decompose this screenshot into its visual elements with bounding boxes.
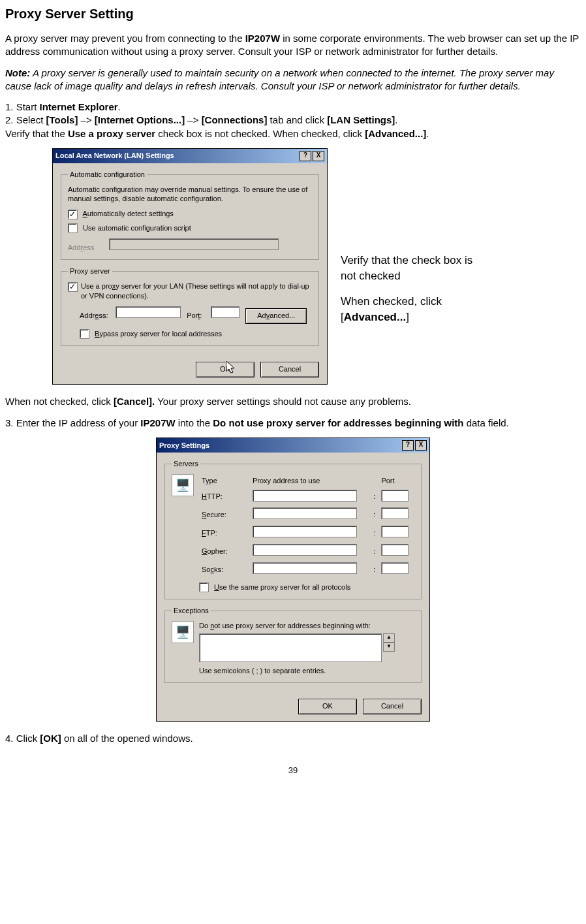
servers-group: Servers 🖥️ Type Proxy address to use Por… <box>164 459 422 600</box>
same-proxy-label: Use the same proxy server for all protoc… <box>214 583 350 591</box>
ok-button[interactable]: OK <box>196 362 254 377</box>
socks-label: Socks: <box>199 560 250 579</box>
col-address: Proxy address to use <box>250 474 369 488</box>
cancel-button[interactable]: Cancel <box>260 362 319 377</box>
close-icon[interactable]: X <box>415 440 427 451</box>
advanced-button[interactable]: Advanced... <box>245 308 307 324</box>
exceptions-label: Do not use proxy server for addresses be… <box>199 621 414 631</box>
help-icon[interactable]: ? <box>300 151 311 161</box>
auto-address-input <box>109 238 279 250</box>
http-label: HTTP: <box>199 488 250 506</box>
socks-port-input[interactable] <box>381 562 409 574</box>
note-paragraph: Note: A proxy server is generally used t… <box>5 67 581 93</box>
servers-icon: 🖥️ <box>172 474 194 496</box>
exceptions-textarea[interactable] <box>199 633 382 662</box>
exceptions-icon: 🖥️ <box>172 621 194 643</box>
bypass-checkbox[interactable] <box>80 329 89 339</box>
socks-address-input[interactable] <box>253 562 357 574</box>
lan-settings-dialog: Local Area Network (LAN) Settings ? X Au… <box>52 148 328 385</box>
page-title: Proxy Server Setting <box>5 5 581 23</box>
help-icon[interactable]: ? <box>402 440 414 451</box>
figure-proxy-settings: Proxy Settings ? X Servers 🖥️ Type Proxy… <box>156 438 430 722</box>
scroll-down-icon[interactable]: ▼ <box>383 643 395 652</box>
exceptions-hint: Use semicolons ( ; ) to separate entries… <box>199 666 414 676</box>
col-type: Type <box>199 474 250 488</box>
page-number: 39 <box>5 765 581 776</box>
proxy-settings-dialog: Proxy Settings ? X Servers 🖥️ Type Proxy… <box>156 438 430 722</box>
http-port-input[interactable] <box>381 490 409 502</box>
gopher-port-input[interactable] <box>381 544 409 556</box>
proxy-dialog-title: Proxy Settings <box>159 441 209 451</box>
exceptions-group: Exceptions 🖥️ Do not use proxy server fo… <box>164 606 422 683</box>
proxy-address-label: Address: <box>80 311 114 321</box>
secure-port-input[interactable] <box>381 507 409 519</box>
ftp-port-input[interactable] <box>381 526 409 537</box>
use-proxy-checkbox[interactable] <box>68 282 78 292</box>
auto-address-label: Address <box>68 243 107 253</box>
same-proxy-checkbox[interactable] <box>199 582 209 592</box>
gopher-address-input[interactable] <box>253 544 357 556</box>
auto-detect-label: AAutomatically detect settingsutomatical… <box>82 210 173 217</box>
after-figure1: When not checked, click [Cancel]. Your p… <box>5 395 581 408</box>
ok-button[interactable]: OK <box>298 699 357 714</box>
proxy-address-input[interactable] <box>116 306 181 318</box>
proxy-port-input[interactable] <box>211 306 239 318</box>
exceptions-legend: Exceptions <box>172 606 211 616</box>
http-address-input[interactable] <box>253 490 357 502</box>
auto-detect-checkbox[interactable] <box>68 210 78 219</box>
proxy-server-legend: Proxy server <box>68 266 112 276</box>
step-2: 2. Select [Tools] –> [Internet Options..… <box>5 114 581 127</box>
auto-script-checkbox[interactable] <box>68 223 78 233</box>
auto-config-desc: Automatic configuration may override man… <box>68 185 312 204</box>
step-4: 4. Click [OK] on all of the opened windo… <box>5 732 581 745</box>
step-1: 1. Start Internet Explorer. <box>5 101 581 114</box>
ftp-address-input[interactable] <box>253 526 357 537</box>
gopher-label: Gopher: <box>199 542 250 560</box>
figure-lan-settings: Local Area Network (LAN) Settings ? X Au… <box>52 148 581 385</box>
intro-paragraph: A proxy server may prevent you from conn… <box>5 32 581 59</box>
lan-dialog-title: Local Area Network (LAN) Settings <box>55 151 174 161</box>
secure-address-input[interactable] <box>253 507 357 519</box>
servers-legend: Servers <box>172 459 200 469</box>
svg-marker-0 <box>226 361 234 373</box>
scroll-up-icon[interactable]: ▲ <box>383 633 395 643</box>
col-port: Port <box>378 474 414 488</box>
cancel-button[interactable]: Cancel <box>363 699 422 714</box>
callout-text: Verify that the check box is not checked… <box>341 148 491 385</box>
proxy-port-label: Port: <box>187 311 209 321</box>
ftp-label: FTP: <box>199 524 250 542</box>
secure-label: Secure: <box>199 505 250 524</box>
use-proxy-label: Use a proxy server for your LAN (These s… <box>81 281 312 301</box>
verify-line: Verify that the Use a proxy server check… <box>5 127 581 140</box>
auto-config-legend: Automatic configuration <box>68 170 147 180</box>
auto-script-label: Use automatic configuration script <box>83 224 191 232</box>
close-icon[interactable]: X <box>313 151 324 161</box>
auto-config-group: Automatic configuration Automatic config… <box>61 170 319 261</box>
proxy-server-group: Proxy server Use a proxy server for your… <box>61 266 319 346</box>
step-3: 3. Enter the IP address of your IP207W i… <box>5 417 578 430</box>
bypass-label: Bypass proxy server for local addresses <box>95 330 222 338</box>
